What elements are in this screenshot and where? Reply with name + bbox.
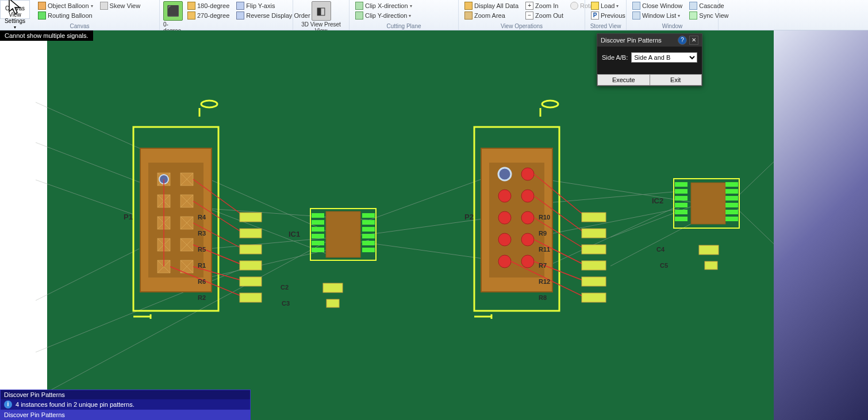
dialog-help-button[interactable]: ? [678, 36, 687, 45]
zoom-in-button[interactable]: Zoom In [523, 1, 566, 10]
exit-button[interactable]: Exit [650, 74, 702, 86]
group-label-viewops: View Operations [462, 23, 581, 30]
svg-rect-110 [582, 213, 606, 222]
svg-point-98 [498, 233, 511, 246]
cascade-label: Cascade [699, 2, 724, 9]
display-all-button[interactable]: Display All Data [462, 1, 521, 10]
zoom-out-icon [525, 11, 533, 20]
component-ic2 [674, 179, 739, 228]
clip-icon [355, 2, 363, 10]
status-message: 4 instances found in 2 unique pin patter… [16, 401, 135, 408]
rotate-icon [570, 2, 578, 10]
svg-rect-119 [675, 189, 688, 194]
svg-rect-126 [725, 196, 738, 201]
3d-preset-button[interactable]: ◧ [312, 1, 331, 21]
flip-icon [236, 2, 244, 10]
group-label-cutting: Cutting Plane [353, 23, 455, 30]
svg-rect-78 [312, 220, 324, 225]
sync-icon [689, 11, 697, 20]
svg-rect-28 [148, 163, 203, 278]
svg-rect-118 [675, 182, 688, 187]
window-list-button[interactable]: Window List [630, 11, 685, 20]
svg-rect-83 [362, 213, 375, 218]
svg-rect-129 [725, 217, 738, 221]
object-balloon-button[interactable]: Object Balloon [36, 1, 95, 10]
svg-rect-111 [582, 229, 606, 238]
svg-point-101 [521, 255, 534, 268]
svg-rect-82 [312, 248, 324, 252]
group-label-stored: Stored View [589, 23, 623, 30]
svg-rect-91 [489, 163, 544, 278]
execute-button[interactable]: Execute [597, 74, 650, 86]
discover-pin-patterns-dialog: Discover Pin Patterns ? ✕ Side A/B: Side… [597, 33, 702, 86]
skew-view-button[interactable]: Skew View [98, 1, 143, 10]
load-view-button[interactable]: Load [589, 1, 628, 10]
info-icon: i [4, 400, 12, 409]
side-ab-select[interactable]: Side A and B [631, 52, 697, 63]
clip-y-label: Clip Y-direction [365, 12, 407, 19]
object-balloon-label: Object Balloon [48, 2, 89, 9]
svg-rect-116 [691, 183, 725, 224]
load-label: Load [601, 2, 614, 9]
svg-rect-120 [675, 196, 688, 201]
svg-rect-77 [312, 213, 324, 218]
previous-view-button[interactable]: P Previous [589, 11, 628, 20]
svg-rect-122 [675, 210, 688, 214]
svg-rect-85 [362, 227, 375, 232]
clip-x-button[interactable]: Clip X-direction [353, 1, 414, 10]
status-title-1: Discover Pin Patterns [1, 390, 250, 399]
rotate-icon [187, 2, 195, 10]
ribbon: Object Balloon Routing Balloon Skew View… [0, 0, 868, 30]
window-icon [632, 2, 640, 10]
clip-icon [355, 11, 363, 20]
sync-view-button[interactable]: Sync View [687, 11, 731, 20]
svg-rect-73 [240, 277, 262, 286]
clip-y-button[interactable]: Clip Y-direction [353, 11, 414, 20]
svg-rect-128 [725, 210, 738, 214]
zoom-out-label: Zoom Out [535, 12, 563, 19]
svg-point-95 [521, 190, 534, 202]
svg-rect-74 [240, 293, 262, 302]
previous-icon: P [591, 11, 599, 20]
svg-rect-87 [362, 241, 375, 245]
cascade-button[interactable]: Cascade [687, 1, 731, 10]
svg-rect-113 [582, 261, 606, 270]
svg-rect-124 [725, 182, 738, 187]
svg-rect-70 [240, 229, 262, 238]
component-p2 [474, 127, 559, 311]
zoom-area-button[interactable]: Zoom Area [462, 11, 521, 20]
svg-rect-86 [362, 234, 375, 238]
component-c5 [705, 261, 717, 269]
svg-rect-115 [582, 293, 606, 302]
svg-rect-125 [725, 189, 738, 194]
skew-icon [100, 2, 108, 10]
previous-label: Previous [601, 12, 625, 19]
svg-rect-121 [675, 203, 688, 207]
deg180-button[interactable]: 180-degree [185, 1, 232, 10]
side-gradient [774, 30, 868, 420]
component-c2 [323, 283, 343, 292]
close-window-button[interactable]: Close Window [630, 1, 685, 10]
canvas-view-settings-button[interactable]: Canvas View Settings [0, 0, 30, 19]
svg-rect-88 [362, 248, 375, 252]
dialog-close-button[interactable]: ✕ [689, 36, 698, 45]
zoom-out-button[interactable]: Zoom Out [523, 11, 566, 20]
clip-x-label: Clip X-direction [365, 2, 408, 9]
deg270-button[interactable]: 270-degree [185, 11, 232, 20]
balloon-icon [38, 2, 46, 10]
zero-degree-button[interactable]: ⬛ [163, 1, 183, 21]
load-icon [591, 2, 599, 10]
svg-rect-80 [312, 234, 324, 238]
svg-rect-114 [582, 277, 606, 286]
zoom-in-icon [525, 2, 533, 10]
svg-rect-71 [240, 245, 262, 254]
svg-point-100 [498, 255, 511, 268]
reverse-icon [236, 11, 244, 20]
routing-balloon-button[interactable]: Routing Balloon [36, 11, 95, 20]
svg-point-94 [498, 190, 511, 202]
svg-rect-72 [240, 261, 262, 270]
dialog-title: Discover Pin Patterns [601, 37, 675, 44]
component-c3 [327, 299, 339, 307]
svg-rect-127 [725, 203, 738, 207]
design-canvas[interactable] [0, 30, 868, 420]
